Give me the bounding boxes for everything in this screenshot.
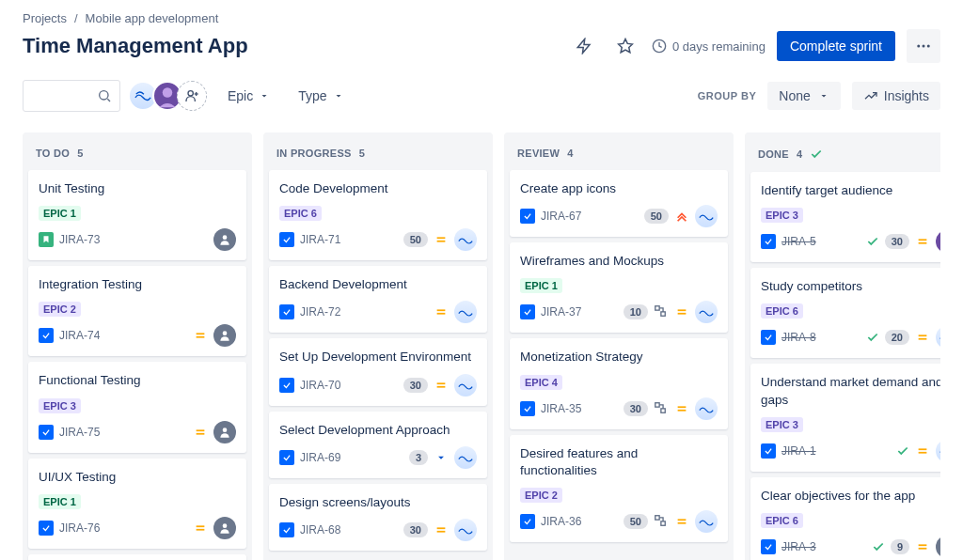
automation-icon[interactable] bbox=[569, 31, 599, 61]
svg-point-17 bbox=[223, 428, 228, 432]
estimate-badge: 50 bbox=[624, 514, 648, 529]
assignee-avatar[interactable] bbox=[454, 519, 477, 541]
header-actions: 0 days remaining Complete sprint bbox=[569, 29, 940, 63]
issue-card[interactable]: Identify target audienceEPIC 3JIRA-530 bbox=[750, 172, 940, 262]
epic-tag[interactable]: EPIC 2 bbox=[520, 488, 562, 503]
issue-card[interactable]: Unit TestingEPIC 1JIRA-73 bbox=[28, 170, 246, 260]
svg-rect-34 bbox=[661, 409, 665, 412]
issue-key: JIRA-74 bbox=[59, 329, 100, 342]
story-icon bbox=[39, 232, 54, 247]
epic-tag[interactable]: EPIC 3 bbox=[761, 417, 803, 432]
epic-tag[interactable]: EPIC 1 bbox=[520, 278, 562, 293]
star-icon[interactable] bbox=[610, 31, 640, 61]
assignee-avatar[interactable] bbox=[936, 536, 940, 558]
column-header[interactable]: IN PROGRESS 5 bbox=[269, 142, 487, 170]
column-header[interactable]: TO DO 5 bbox=[28, 142, 246, 170]
issue-key: JIRA-71 bbox=[300, 233, 340, 246]
card-title: Understand market demand and gaps bbox=[761, 374, 940, 408]
card-title: Unit Testing bbox=[39, 180, 236, 197]
assignee-avatar[interactable] bbox=[695, 397, 718, 420]
task-icon bbox=[761, 539, 776, 554]
estimate-badge: 50 bbox=[644, 209, 669, 224]
issue-card[interactable]: UI/UX TestingEPIC 1JIRA-76 bbox=[28, 459, 246, 549]
issue-key: JIRA-1 bbox=[781, 444, 816, 458]
svg-rect-29 bbox=[655, 306, 659, 310]
column-header[interactable]: REVIEW 4 bbox=[510, 142, 728, 170]
issue-card[interactable]: Performance Testing bbox=[28, 554, 246, 560]
epic-tag[interactable]: EPIC 6 bbox=[761, 303, 803, 319]
assignee-avatar[interactable] bbox=[213, 517, 236, 539]
estimate-badge: 9 bbox=[891, 539, 909, 554]
assignee-avatar[interactable] bbox=[936, 230, 940, 253]
issue-card[interactable]: Code DevelopmentEPIC 6JIRA-7150 bbox=[269, 170, 487, 260]
issue-card[interactable]: Study competitorsEPIC 6JIRA-820 bbox=[750, 268, 940, 358]
assignee-avatar[interactable] bbox=[454, 374, 477, 397]
svg-point-20 bbox=[223, 523, 228, 528]
priority-medium-icon bbox=[915, 234, 930, 249]
issue-card[interactable]: Clear objectives for the appEPIC 6JIRA-3… bbox=[750, 477, 940, 560]
issue-card[interactable]: Create app iconsJIRA-6750 bbox=[510, 170, 728, 237]
search-icon bbox=[97, 88, 112, 103]
column-header[interactable]: DONE 4 bbox=[750, 142, 940, 172]
done-check-icon bbox=[810, 148, 823, 161]
epic-tag[interactable]: EPIC 4 bbox=[520, 375, 562, 390]
epic-tag[interactable]: EPIC 6 bbox=[279, 206, 322, 221]
issue-card[interactable]: Design screens/layoutsJIRA-6830 bbox=[269, 484, 487, 551]
issue-card[interactable]: Understand market demand and gapsEPIC 3J… bbox=[750, 364, 940, 471]
svg-rect-30 bbox=[661, 312, 665, 316]
more-button[interactable] bbox=[907, 29, 940, 63]
assignee-avatar[interactable] bbox=[936, 440, 940, 462]
issue-key: JIRA-72 bbox=[300, 305, 340, 319]
assignee-avatar[interactable] bbox=[695, 301, 718, 323]
task-icon bbox=[279, 232, 294, 247]
card-title: Study competitors bbox=[761, 278, 940, 295]
assignee-avatar[interactable] bbox=[213, 421, 236, 443]
issue-card[interactable]: Set Up Development EnvironmentJIRA-7030 bbox=[269, 338, 487, 405]
issue-card[interactable]: Backend DevelopmentJIRA-72 bbox=[269, 266, 487, 333]
complete-sprint-button[interactable]: Complete sprint bbox=[777, 31, 895, 61]
type-filter[interactable]: Type bbox=[291, 83, 351, 109]
column-done: DONE 4 Identify target audienceEPIC 3JIR… bbox=[745, 132, 940, 560]
epic-tag[interactable]: EPIC 3 bbox=[39, 398, 81, 413]
assignee-avatar[interactable] bbox=[213, 324, 236, 347]
priority-medium-icon bbox=[915, 443, 930, 459]
card-title: Create app icons bbox=[520, 180, 718, 197]
assignee-avatar[interactable] bbox=[936, 326, 940, 349]
epic-tag[interactable]: EPIC 1 bbox=[39, 494, 81, 509]
task-icon bbox=[39, 521, 54, 536]
breadcrumb-project[interactable]: Mobile app development bbox=[86, 11, 219, 25]
card-title: Set Up Development Environment bbox=[279, 349, 477, 366]
issue-card[interactable]: Integration TestingEPIC 2JIRA-74 bbox=[28, 266, 246, 356]
breadcrumb: Projects / Mobile app development bbox=[23, 11, 940, 25]
task-icon bbox=[520, 209, 535, 224]
breadcrumb-projects[interactable]: Projects bbox=[23, 11, 67, 25]
issue-card[interactable]: Select Development ApproachJIRA-693 bbox=[269, 412, 487, 478]
task-icon bbox=[761, 330, 776, 345]
priority-medium-icon bbox=[674, 304, 689, 319]
assignee-avatar[interactable] bbox=[695, 205, 718, 227]
estimate-badge: 30 bbox=[624, 401, 648, 416]
assignee-avatar[interactable] bbox=[454, 446, 477, 469]
add-assignee-button[interactable] bbox=[177, 81, 207, 111]
assignee-avatar[interactable] bbox=[213, 228, 236, 251]
issue-card[interactable]: Functional TestingEPIC 3JIRA-75 bbox=[28, 362, 246, 452]
column-inprogress: IN PROGRESS 5 Code DevelopmentEPIC 6JIRA… bbox=[263, 132, 493, 560]
issue-card[interactable]: Desired features and functionalitiesEPIC… bbox=[510, 435, 728, 542]
group-by-select[interactable]: None bbox=[767, 82, 840, 110]
assignee-avatar[interactable] bbox=[454, 228, 477, 251]
issue-card[interactable]: Monetization StrategyEPIC 4JIRA-3530 bbox=[510, 338, 728, 428]
issue-key: JIRA-73 bbox=[59, 233, 100, 246]
insights-button[interactable]: Insights bbox=[852, 82, 940, 110]
epic-tag[interactable]: EPIC 6 bbox=[761, 513, 803, 528]
issue-key: JIRA-76 bbox=[59, 521, 100, 535]
assignee-avatar[interactable] bbox=[454, 301, 477, 323]
issue-card[interactable]: Wireframes and MockupsEPIC 1JIRA-3710 bbox=[510, 242, 728, 333]
epic-filter[interactable]: Epic bbox=[220, 83, 277, 109]
epic-tag[interactable]: EPIC 3 bbox=[761, 208, 803, 223]
estimate-badge: 30 bbox=[885, 234, 909, 249]
epic-tag[interactable]: EPIC 2 bbox=[39, 302, 81, 317]
assignee-avatar[interactable] bbox=[695, 510, 718, 533]
svg-point-14 bbox=[223, 332, 228, 336]
epic-tag[interactable]: EPIC 1 bbox=[39, 206, 81, 221]
search-input[interactable] bbox=[23, 80, 120, 112]
